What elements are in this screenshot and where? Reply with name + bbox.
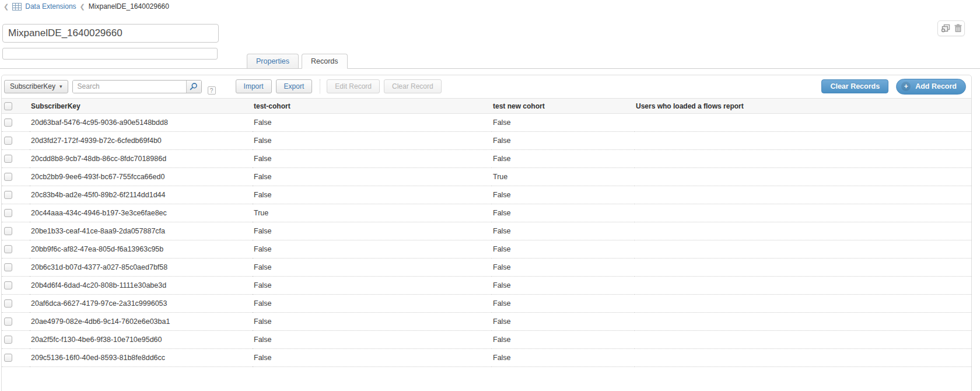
cell-test-new-cohort: False [492, 277, 635, 295]
row-checkbox[interactable] [4, 209, 12, 217]
column-header-users-flows-report: Users who loaded a flows report [635, 99, 971, 114]
cell-test-cohort: False [253, 295, 492, 313]
cell-subscriber-key: 20b4d6f4-6dad-4c20-808b-1111e30abe3d [30, 277, 253, 295]
import-button[interactable]: Import [236, 79, 272, 93]
row-checkbox[interactable] [4, 227, 12, 235]
cell-subscriber-key: 20a2f5fc-f130-4be6-9f38-10e710e95d60 [30, 331, 253, 349]
export-button[interactable]: Export [276, 79, 313, 93]
clear-record-button[interactable]: Clear Record [384, 79, 442, 93]
table-header-row: SubscriberKey test-cohort test new cohor… [2, 99, 971, 114]
records-table: SubscriberKey test-cohort test new cohor… [2, 98, 971, 367]
cell-subscriber-key: 20ae4979-082e-4db6-9c14-7602e6e03ba1 [30, 313, 253, 331]
cell-test-new-cohort: False [492, 240, 635, 259]
field-selector-dropdown[interactable]: SubscriberKey ▾ [4, 80, 68, 93]
row-checkbox[interactable] [4, 118, 12, 127]
cell-subscriber-key: 20cdd8b8-9cb7-48db-86cc-8fdc7018986d [30, 150, 253, 168]
cell-test-new-cohort: False [492, 186, 635, 204]
row-checkbox[interactable] [4, 299, 12, 308]
cell-users-flows-report [635, 186, 971, 204]
column-header-subscriberkey: SubscriberKey [30, 99, 253, 114]
cell-users-flows-report [635, 168, 971, 186]
caret-down-icon: ▾ [60, 84, 62, 89]
cell-subscriber-key: 20d3fd27-172f-4939-b72c-6cfedb69f4b0 [30, 132, 253, 150]
cell-test-new-cohort: False [492, 259, 635, 277]
search-input[interactable] [73, 81, 186, 93]
cell-test-cohort: False [253, 331, 492, 349]
row-checkbox[interactable] [4, 173, 12, 181]
row-checkbox[interactable] [4, 317, 12, 326]
table-row: 20af6dca-6627-4179-97ce-2a31c9996053Fals… [2, 295, 971, 313]
cell-test-cohort: False [253, 150, 492, 168]
cell-test-cohort: False [253, 222, 492, 240]
cell-test-new-cohort: False [492, 132, 635, 150]
tab-records[interactable]: Records [302, 54, 348, 69]
cell-users-flows-report [635, 204, 971, 222]
table-row: 20d63baf-5476-4c95-9036-a90e5148bdd8Fals… [2, 114, 971, 132]
row-checkbox[interactable] [4, 155, 12, 163]
cell-users-flows-report [635, 259, 971, 277]
table-row: 20bb9f6c-af82-47ea-805d-f6a13963c95bFals… [2, 240, 971, 259]
records-table-body: 20d63baf-5476-4c95-9036-a90e5148bdd8Fals… [2, 114, 971, 367]
cell-test-new-cohort: False [492, 313, 635, 331]
column-header-test-cohort: test-cohort [253, 99, 492, 114]
select-all-checkbox[interactable] [4, 102, 12, 110]
cell-test-new-cohort: False [492, 204, 635, 222]
breadcrumb-separator-icon: ❮ [80, 4, 85, 10]
row-checkbox[interactable] [4, 191, 12, 199]
cell-test-new-cohort: False [492, 114, 635, 132]
table-row: 209c5136-16f0-40ed-8593-81b8fe8dd6ccFals… [2, 349, 971, 367]
cell-users-flows-report [635, 349, 971, 367]
table-row: 20cdd8b8-9cb7-48db-86cc-8fdc7018986dFals… [2, 150, 971, 168]
breadcrumb-current: MixpanelDE_1640029660 [89, 2, 169, 11]
field-selector-label: SubscriberKey [10, 82, 55, 90]
cell-test-cohort: False [253, 349, 492, 367]
cell-subscriber-key: 20d63baf-5476-4c95-9036-a90e5148bdd8 [30, 114, 253, 132]
table-row: 20ae4979-082e-4db6-9c14-7602e6e03ba1Fals… [2, 313, 971, 331]
cell-test-new-cohort: False [492, 222, 635, 240]
table-row: 20d3fd27-172f-4939-b72c-6cfedb69f4b0Fals… [2, 132, 971, 150]
cell-subscriber-key: 20c83b4b-ad2e-45f0-89b2-6f2114dd1d44 [30, 186, 253, 204]
cell-test-cohort: False [253, 277, 492, 295]
copy-icon[interactable] [941, 24, 950, 33]
cell-subscriber-key: 20c44aaa-434c-4946-b197-3e3ce6fae8ec [30, 204, 253, 222]
cell-test-cohort: False [253, 240, 492, 259]
row-checkbox[interactable] [4, 245, 12, 253]
back-chevron-icon[interactable]: ❮ [4, 4, 9, 10]
plus-icon: + [901, 82, 911, 91]
cell-test-new-cohort: False [492, 349, 635, 367]
cell-users-flows-report [635, 277, 971, 295]
add-record-button[interactable]: + Add Record [896, 79, 966, 95]
edit-record-button[interactable]: Edit Record [327, 79, 380, 93]
records-panel: SubscriberKey ▾ ? Import Export Edit Rec… [1, 75, 972, 391]
extension-name-input[interactable] [2, 24, 219, 43]
breadcrumb-link-data-extensions[interactable]: Data Extensions [25, 2, 76, 11]
header-action-group [937, 20, 965, 36]
cell-users-flows-report [635, 150, 971, 168]
toolbar-right-group: Clear Records + Add Record [821, 79, 966, 95]
row-checkbox[interactable] [4, 354, 12, 362]
toolbar-divider [320, 79, 320, 93]
table-row: 20cb2bb9-9ee6-493f-bc67-755fcca66ed0Fals… [2, 168, 971, 186]
cell-subscriber-key: 20be1b33-ceaf-41ce-8aa9-2da057887cfa [30, 222, 253, 240]
row-checkbox[interactable] [4, 137, 12, 145]
cell-subscriber-key: 20af6dca-6627-4179-97ce-2a31c9996053 [30, 295, 253, 313]
search-button[interactable] [186, 81, 201, 93]
table-row: 20b4d6f4-6dad-4c20-808b-1111e30abe3dFals… [2, 277, 971, 295]
tab-properties[interactable]: Properties [247, 54, 299, 68]
cell-users-flows-report [635, 240, 971, 259]
table-row: 20c44aaa-434c-4946-b197-3e3ce6fae8ecTrue… [2, 204, 971, 222]
cell-subscriber-key: 20b6c31d-b07d-4377-a027-85c0aed7bf58 [30, 259, 253, 277]
cell-users-flows-report [635, 114, 971, 132]
cell-test-cohort: False [253, 313, 492, 331]
cell-users-flows-report [635, 313, 971, 331]
cell-users-flows-report [635, 295, 971, 313]
row-checkbox[interactable] [4, 263, 12, 271]
clear-records-button[interactable]: Clear Records [821, 79, 888, 93]
trash-icon[interactable] [954, 24, 962, 33]
cell-test-cohort: False [253, 132, 492, 150]
row-checkbox[interactable] [4, 336, 12, 344]
row-checkbox[interactable] [4, 281, 12, 289]
cell-users-flows-report [635, 222, 971, 240]
records-toolbar: SubscriberKey ▾ ? Import Export Edit Rec… [2, 75, 971, 98]
help-icon[interactable]: ? [208, 86, 216, 95]
